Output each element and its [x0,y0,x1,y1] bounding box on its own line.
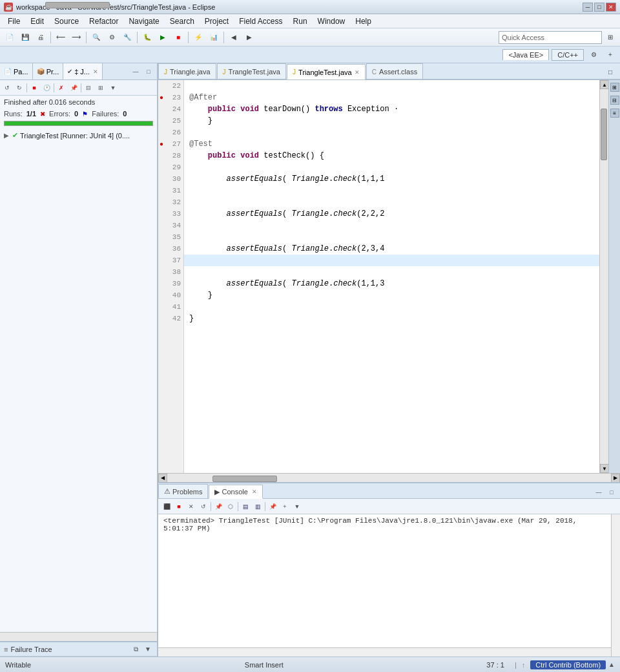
tab-junit-close[interactable]: ✕ [93,68,98,75]
editor-maximize-button[interactable]: □ [603,65,617,79]
tb-forward-button[interactable]: ▶ [242,30,256,45]
code-content[interactable]: @After public void tearDown() throws Exc… [184,80,599,473]
editor-hscroll[interactable]: ◀ ▶ [158,473,620,482]
menu-file[interactable]: File [3,16,25,27]
tab-projects[interactable]: 📦 Pr... [33,63,64,79]
tb-btn-c[interactable]: ⚙ [105,30,119,45]
tb-btn-e[interactable]: ⚡ [191,30,205,45]
junit-hscroll-thumb[interactable] [45,2,110,8]
status-ctrl-contrib[interactable]: Ctrl Contrib (Bottom) [530,660,606,669]
tb-btn-a[interactable]: ⟵ [54,30,68,45]
console-menu-button[interactable]: ▼ [291,501,303,512]
hscroll-track[interactable] [167,474,611,482]
junit-rerun-fail-button[interactable]: ↻ [14,82,25,94]
console-hscroll[interactable] [158,647,611,656]
tab-junit[interactable]: ✔ ‡ J... ✕ [63,63,103,79]
failure-trace-menu-button[interactable]: ▼ [143,645,153,653]
panel-maximize-button[interactable]: □ [143,66,154,78]
console-vscroll[interactable] [611,514,620,656]
console-stop-button[interactable]: ■ [173,501,185,512]
console-terminate-button[interactable]: ✕ [185,501,197,512]
console-word-wrap-button[interactable]: ⬡ [225,501,236,512]
junit-scroll-lock-button[interactable]: 📌 [68,82,79,94]
tab-console-close[interactable]: ✕ [252,488,257,495]
tab-triangle-test-close[interactable]: ✕ [355,69,360,76]
quick-access-input[interactable]: Quick Access [499,31,602,44]
junit-rerun-button[interactable]: ↺ [1,82,13,94]
menu-project[interactable]: Project [200,16,234,27]
scroll-down-arrow[interactable]: ▼ [600,464,609,473]
code-line-36: assertEquals( Triangle.check(2,3,4 [184,243,599,255]
tab-triangle-test-active[interactable]: J TriangleTest.java ✕ [287,64,366,79]
persp-add-button[interactable]: + [603,48,617,62]
menu-help[interactable]: Help [350,16,377,27]
editor-vscroll[interactable]: ▲ ▼ [599,80,608,473]
menu-run[interactable]: Run [288,16,313,27]
minimize-button[interactable]: ─ [583,3,593,12]
hscroll-right-arrow[interactable]: ▶ [611,474,620,483]
console-display-button[interactable]: ▤ [240,501,251,512]
status-expand-icon[interactable]: ▲ [608,661,615,668]
tb-new-button[interactable]: 📄 [3,30,17,45]
perspective-cpp[interactable]: C/C++ [552,49,584,61]
tab-triangle-java[interactable]: J Triangle.java [158,63,216,79]
code-line-37[interactable] [184,255,599,266]
console-minimize-button[interactable]: — [593,487,604,498]
console-pin-button[interactable]: 📌 [267,501,278,512]
tb-debug-button[interactable]: 🐛 [140,30,154,45]
scroll-track[interactable] [600,89,608,464]
tree-expand-icon: ▶ [4,132,10,139]
tb-print-button[interactable]: 🖨 [34,30,48,45]
tb-btn-f[interactable]: 📊 [207,30,221,45]
tree-item-triangle-test[interactable]: ▶ ✔ TriangleTest [Runner: JUnit 4] (0...… [3,131,154,140]
tab-console[interactable]: ▶ Console ✕ [209,485,262,499]
right-btn-2[interactable]: ⊟ [610,96,619,105]
menu-edit[interactable]: Edit [25,16,49,27]
close-button[interactable]: ✕ [606,3,616,12]
hscroll-left-arrow[interactable]: ◀ [158,474,167,483]
tb-btn-b[interactable]: ⟶ [69,30,83,45]
tb-run-button[interactable]: ▶ [156,30,170,45]
tb-btn-d[interactable]: 🔧 [120,30,134,45]
panel-minimize-button[interactable]: — [130,66,141,78]
menu-navigate[interactable]: Navigate [123,16,164,27]
tab-trangle-test[interactable]: J TrangleTest.java [217,63,286,79]
maximize-button[interactable]: □ [594,3,604,12]
hscroll-thumb[interactable] [212,476,277,482]
console-maximize-button[interactable]: □ [606,487,617,498]
menu-window[interactable]: Window [313,16,351,27]
console-relaunch-button[interactable]: ↺ [198,501,209,512]
menu-refactor[interactable]: Refactor [84,16,123,27]
junit-hscroll[interactable] [0,632,157,641]
failure-trace-copy-button[interactable]: ⧉ [132,645,140,654]
junit-history-button[interactable]: 🕐 [41,82,52,94]
junit-stop-button[interactable]: ■ [28,82,40,94]
line-25: 25 [158,115,183,127]
perspective-java-ee[interactable]: <Java EE> [502,49,549,60]
tab-assert-class[interactable]: C Assert.class [366,63,424,79]
menu-source[interactable]: Source [49,16,84,27]
scroll-up-arrow[interactable]: ▲ [600,80,609,89]
menu-field-access[interactable]: Field Access [234,16,287,27]
junit-layout2-button[interactable]: ⊞ [95,82,107,94]
tb-stop-button[interactable]: ■ [171,30,185,45]
console-new-button[interactable]: + [279,501,291,512]
menu-search[interactable]: Search [165,16,200,27]
console-display2-button[interactable]: ▥ [252,501,264,512]
junit-layout-button[interactable]: ⊟ [83,82,94,94]
tb-search-button[interactable]: 🔍 [89,30,103,45]
tb-back-button[interactable]: ◀ [227,30,241,45]
tb-save-button[interactable]: 💾 [18,30,32,45]
console-clear-button[interactable]: ⬛ [161,501,172,512]
tb-persp-button[interactable]: ⊞ [603,30,617,45]
right-btn-3[interactable]: ≡ [610,109,619,118]
code-line-39: assertEquals( Triangle.check(1,1,3 [184,278,599,289]
console-scroll-lock-button[interactable]: 📌 [212,501,224,512]
tab-packages[interactable]: 📄 Pa... [0,63,33,79]
junit-menu-button[interactable]: ▼ [107,82,119,94]
tab-problems[interactable]: ⚠ Problems [158,484,208,498]
persp-settings-button[interactable]: ⚙ [586,48,601,62]
scroll-thumb[interactable] [601,109,607,160]
junit-show-errors-button[interactable]: ✗ [56,82,67,94]
right-btn-1[interactable]: ⊞ [610,83,619,92]
